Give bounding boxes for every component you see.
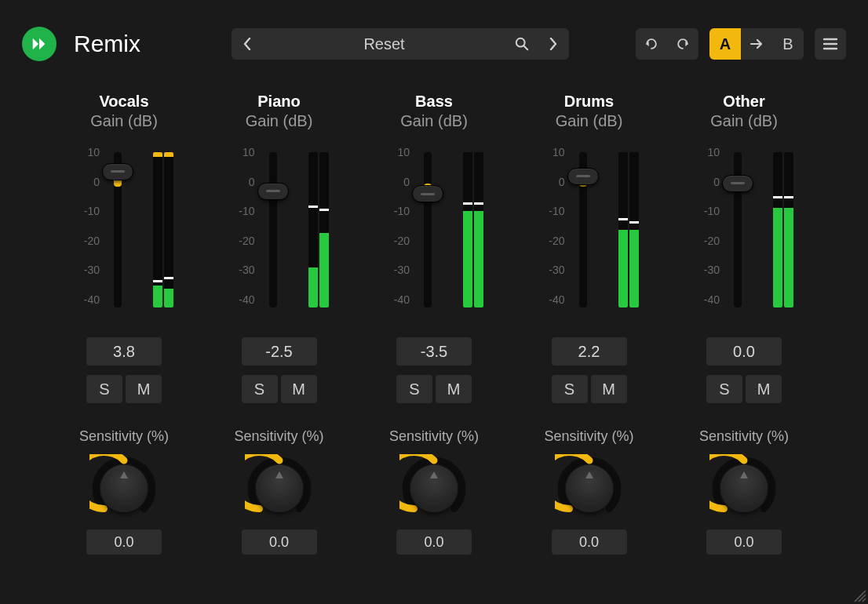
sensitivity-knob[interactable]	[399, 454, 469, 523]
channel-name: Other	[723, 93, 764, 111]
knob-pointer-icon	[429, 471, 439, 479]
preset-next-button[interactable]	[538, 28, 569, 60]
ab-copy-button[interactable]	[741, 28, 772, 60]
gain-fader-thumb[interactable]	[257, 183, 289, 200]
sensitivity-label: Sensitivity (%)	[544, 428, 633, 445]
history-group	[636, 28, 698, 60]
undo-button[interactable]	[636, 28, 667, 60]
gain-fader-track[interactable]	[424, 152, 432, 307]
channel-name: Piano	[257, 93, 300, 111]
knob-pointer-icon	[275, 471, 284, 479]
gain-fader-thumb[interactable]	[412, 185, 443, 202]
level-meter	[308, 152, 329, 307]
level-meter	[618, 152, 639, 307]
gain-fader-track[interactable]	[269, 152, 277, 307]
channel-strip: Bass Gain (dB) 100-10-20-30-40	[367, 93, 501, 555]
mute-button[interactable]: M	[126, 375, 162, 403]
solo-button[interactable]: S	[706, 375, 742, 403]
mute-button[interactable]: M	[746, 375, 782, 403]
sensitivity-label: Sensitivity (%)	[234, 428, 323, 445]
hamburger-icon	[822, 38, 838, 50]
knob-pointer-icon	[585, 471, 594, 479]
channel-strip: Piano Gain (dB) 100-10-20-30-40	[212, 93, 347, 555]
sensitivity-knob[interactable]	[245, 454, 314, 523]
mute-button[interactable]: M	[281, 375, 317, 403]
gain-fader-area: 100-10-20-30-40	[540, 147, 639, 312]
undo-icon	[644, 36, 659, 52]
app-title: Remix	[74, 31, 140, 57]
knob-pointer-icon	[119, 471, 129, 479]
gain-fader-thumb[interactable]	[722, 175, 753, 192]
channel-gain-label: Gain (dB)	[400, 112, 468, 130]
gain-readout[interactable]: -3.5	[396, 337, 472, 366]
level-meter	[773, 152, 793, 307]
redo-icon	[675, 36, 691, 52]
knob-pointer-icon	[739, 471, 749, 479]
gain-scale-ticks: 100-10-20-30-40	[230, 147, 255, 304]
sensitivity-knob[interactable]	[709, 454, 779, 523]
play-forward-icon	[31, 35, 48, 53]
sensitivity-knob[interactable]	[89, 454, 159, 523]
sensitivity-readout[interactable]: 0.0	[552, 529, 627, 555]
gain-fader-area: 100-10-20-30-40	[695, 147, 793, 312]
sensitivity-knob[interactable]	[555, 454, 624, 523]
app-logo[interactable]	[22, 27, 57, 61]
ab-slot-b-button[interactable]: B	[772, 28, 804, 60]
solo-button[interactable]: S	[86, 375, 122, 403]
sensitivity-label: Sensitivity (%)	[699, 428, 789, 445]
svg-line-1	[523, 46, 527, 50]
channel-strip: Drums Gain (dB) 100-10-20-30-40	[522, 93, 657, 555]
chevron-right-icon	[549, 38, 558, 50]
preset-prev-button[interactable]	[232, 28, 263, 60]
gain-fader-thumb[interactable]	[102, 163, 133, 180]
sensitivity-readout[interactable]: 0.0	[396, 529, 472, 555]
ab-compare-group: A B	[709, 28, 804, 60]
channel-name: Vocals	[100, 93, 149, 111]
gain-scale-ticks: 100-10-20-30-40	[75, 147, 100, 304]
preset-nav: Reset	[232, 28, 569, 60]
gain-readout[interactable]: 3.8	[86, 337, 162, 366]
gain-scale-ticks: 100-10-20-30-40	[695, 147, 720, 304]
gain-scale-ticks: 100-10-20-30-40	[540, 147, 565, 304]
channel-strip: Other Gain (dB) 100-10-20-30-40	[677, 93, 811, 555]
gain-fader-area: 100-10-20-30-40	[75, 147, 173, 312]
preset-search-button[interactable]	[506, 28, 538, 60]
level-meter	[153, 152, 173, 307]
mute-button[interactable]: M	[436, 375, 472, 403]
gain-readout[interactable]: 0.0	[706, 337, 782, 366]
channel-name: Drums	[564, 93, 614, 111]
channel-gain-label: Gain (dB)	[246, 112, 313, 130]
preset-name-display[interactable]: Reset	[263, 28, 506, 60]
sensitivity-label: Sensitivity (%)	[79, 428, 169, 445]
gain-fader-area: 100-10-20-30-40	[230, 147, 329, 312]
search-icon	[515, 37, 529, 51]
solo-button[interactable]: S	[396, 375, 432, 403]
chevron-left-icon	[243, 38, 252, 50]
sensitivity-readout[interactable]: 0.0	[242, 529, 317, 555]
channel-strip: Vocals Gain (dB) 100-10-20-30-40	[57, 93, 191, 555]
redo-button[interactable]	[667, 28, 698, 60]
solo-button[interactable]: S	[552, 375, 588, 403]
channel-gain-label: Gain (dB)	[556, 112, 623, 130]
arrow-right-icon	[749, 38, 764, 49]
gain-fader-thumb[interactable]	[567, 168, 599, 185]
gain-readout[interactable]: 2.2	[552, 337, 627, 366]
gain-readout[interactable]: -2.5	[242, 337, 317, 366]
solo-button[interactable]: S	[242, 375, 278, 403]
channel-gain-label: Gain (dB)	[90, 112, 158, 130]
channel-name: Bass	[415, 93, 453, 111]
sensitivity-readout[interactable]: 0.0	[86, 529, 162, 555]
mute-button[interactable]: M	[591, 375, 627, 403]
ab-slot-a-button[interactable]: A	[709, 28, 741, 60]
gain-scale-ticks: 100-10-20-30-40	[385, 147, 410, 304]
channel-gain-label: Gain (dB)	[710, 112, 778, 130]
sensitivity-label: Sensitivity (%)	[389, 428, 479, 445]
main-menu-button[interactable]	[815, 28, 846, 60]
resize-handle-icon[interactable]	[854, 590, 866, 602]
sensitivity-readout[interactable]: 0.0	[706, 529, 782, 555]
level-meter	[463, 152, 483, 307]
gain-fader-area: 100-10-20-30-40	[385, 147, 483, 312]
